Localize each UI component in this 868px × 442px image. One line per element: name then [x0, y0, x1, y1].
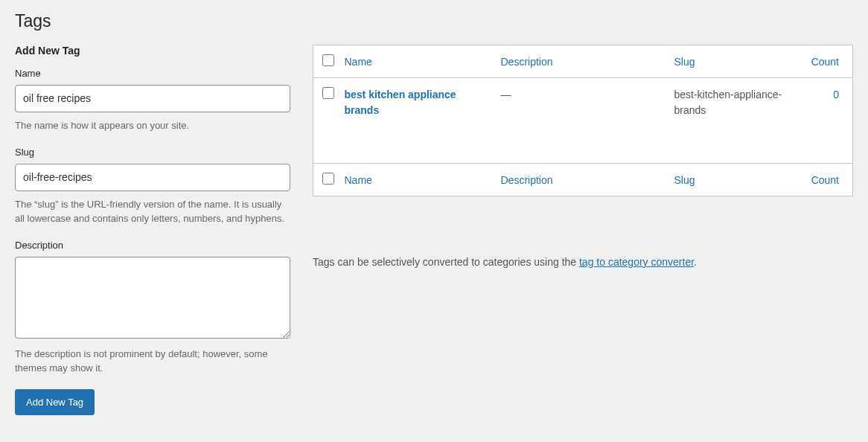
name-field-wrap: Name The name is how it appears on your …	[15, 68, 290, 133]
description-field-wrap: Description The description is not promi…	[15, 240, 290, 376]
tag-name-link[interactable]: best kitchen appliance brands	[345, 89, 456, 116]
add-new-tag-button[interactable]: Add New Tag	[15, 389, 95, 416]
column-footer-description[interactable]: Description	[494, 164, 667, 196]
select-all-bottom-checkbox[interactable]	[322, 173, 334, 185]
slug-field-wrap: Slug The “slug” is the URL-friendly vers…	[15, 147, 290, 226]
name-help: The name is how it appears on your site.	[15, 118, 290, 133]
select-all-top-checkbox[interactable]	[322, 54, 334, 66]
column-header-name[interactable]: Name	[337, 45, 494, 78]
column-footer-count[interactable]: Count	[801, 164, 853, 196]
add-tag-form: Add New Tag Name The name is how it appe…	[15, 45, 290, 415]
tag-to-category-converter-link[interactable]: tag to category converter	[579, 256, 694, 268]
description-help: The description is not prominent by defa…	[15, 347, 290, 376]
tag-slug-cell: best-kitchen-appliance-brands	[667, 78, 801, 164]
slug-label: Slug	[15, 147, 290, 158]
page-title: Tags	[15, 11, 853, 31]
name-label: Name	[15, 68, 290, 79]
slug-input[interactable]	[15, 164, 290, 191]
select-all-header	[313, 45, 337, 78]
name-input[interactable]	[15, 85, 290, 112]
description-label: Description	[15, 240, 290, 251]
slug-help: The “slug” is the URL-friendly version o…	[15, 197, 290, 226]
converter-note: Tags can be selectively converted to cat…	[313, 256, 853, 268]
column-footer-slug[interactable]: Slug	[667, 164, 801, 196]
column-header-count[interactable]: Count	[801, 45, 853, 78]
column-footer-name[interactable]: Name	[337, 164, 494, 196]
row-checkbox[interactable]	[322, 87, 334, 99]
tags-table: Name Description Slug Count best kitchen…	[313, 45, 853, 196]
column-header-description[interactable]: Description	[494, 45, 667, 78]
form-heading: Add New Tag	[15, 45, 290, 57]
tag-description-cell: —	[494, 78, 667, 164]
select-all-footer	[313, 164, 337, 196]
tag-count-link[interactable]: 0	[833, 89, 839, 100]
description-input[interactable]	[15, 257, 290, 339]
table-row: best kitchen appliance brands — best-kit…	[313, 78, 853, 164]
column-header-slug[interactable]: Slug	[667, 45, 801, 78]
